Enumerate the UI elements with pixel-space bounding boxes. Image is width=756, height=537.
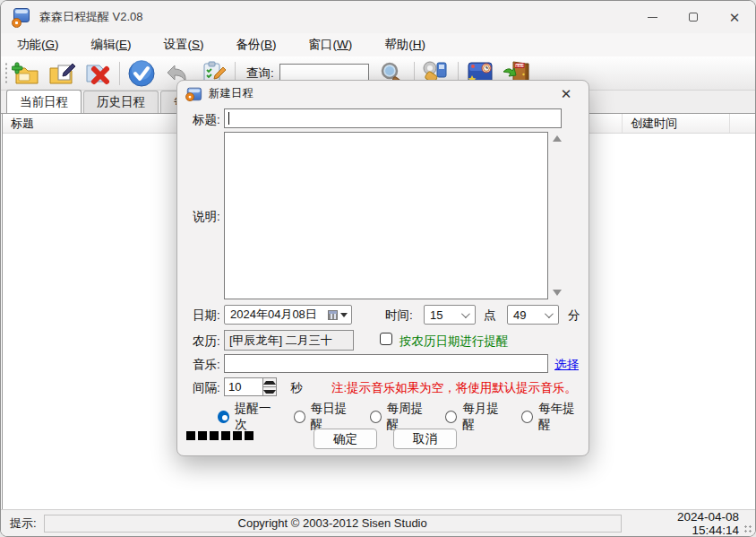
app-window: 森森日程提醒 V2.08 ✕ 功能(G) 编辑(E) 设置(S) 备份(B) 窗…	[0, 0, 756, 537]
status-datetime: 2024-04-08 15:44:14	[632, 510, 755, 537]
new-schedule-icon	[12, 60, 40, 87]
date-picker[interactable]: 2024年04月08日	[224, 305, 352, 325]
minimize-icon	[648, 17, 657, 18]
radio-icon	[521, 411, 533, 423]
radio-icon	[445, 411, 457, 423]
query-label: 查询:	[246, 65, 274, 82]
chevron-down-icon	[461, 309, 470, 318]
menu-edit[interactable]: 编辑(E)	[91, 37, 132, 53]
radio-icon	[218, 411, 229, 423]
scroll-down-icon[interactable]	[553, 290, 562, 296]
menu-help[interactable]: 帮助(H)	[384, 37, 425, 53]
dialog-icon	[187, 87, 201, 100]
resize-grip[interactable]	[743, 524, 752, 533]
music-note-text: 注:提示音乐如果为空，将使用默认提示音乐。	[331, 380, 577, 396]
spinner-down-button[interactable]	[263, 386, 276, 395]
close-icon: ✕	[729, 11, 741, 24]
ok-button[interactable]: 确定	[314, 429, 377, 449]
scroll-up-icon[interactable]	[553, 135, 562, 142]
interval-field-label: 间隔:	[193, 380, 220, 396]
dialog-close-button[interactable]: ✕	[553, 83, 580, 105]
hour-select[interactable]: 15	[424, 305, 476, 325]
title-field-label: 标题:	[193, 112, 220, 128]
menu-settings[interactable]: 设置(S)	[164, 37, 204, 53]
dropdown-arrow-icon	[340, 313, 348, 317]
maximize-icon	[689, 13, 698, 22]
column-header-created[interactable]: 创建时间	[623, 114, 730, 133]
minimize-button[interactable]	[631, 1, 673, 33]
date-field-label: 日期:	[193, 307, 220, 324]
complete-icon	[126, 59, 157, 88]
interval-suffix-label: 秒	[290, 380, 303, 396]
cancel-button[interactable]: 取消	[393, 429, 457, 449]
chevron-down-icon	[545, 309, 554, 318]
menu-backup[interactable]: 备份(B)	[236, 37, 277, 53]
spinner-up-button[interactable]	[263, 378, 276, 386]
status-prefix: 提示:	[10, 515, 37, 532]
new-schedule-button[interactable]	[8, 58, 44, 89]
dialog-title-bar: 新建日程 ✕	[177, 81, 588, 106]
title-input[interactable]	[224, 108, 562, 128]
hour-suffix-label: 点	[484, 307, 496, 324]
close-button[interactable]: ✕	[714, 1, 755, 33]
radio-yearly[interactable]: 每年提醒	[521, 401, 583, 433]
radio-icon	[370, 411, 382, 423]
status-bar: 提示: Copyright © 2003-2012 Sisen Studio 2…	[1, 509, 755, 536]
radio-remind-once[interactable]: 提醒一次	[218, 401, 279, 433]
interval-spinner[interactable]: 10	[224, 377, 277, 396]
edit-schedule-icon	[47, 60, 76, 87]
progress-squares	[186, 431, 253, 440]
delete-schedule-button[interactable]	[80, 58, 116, 89]
music-select-link[interactable]: 选择	[554, 357, 579, 373]
delete-schedule-icon	[83, 60, 112, 87]
desc-scrollbar[interactable]	[550, 132, 564, 299]
music-field-label: 音乐:	[193, 357, 220, 373]
time-field-label: 时间:	[385, 307, 413, 324]
new-schedule-dialog: 新建日程 ✕ 标题: 说明: 日期: 2024年04月08日 时间: 15 点 …	[176, 80, 589, 456]
calendar-icon	[328, 310, 338, 320]
music-input[interactable]	[224, 354, 548, 373]
menu-bar: 功能(G) 编辑(E) 设置(S) 备份(B) 窗口(W) 帮助(H)	[1, 33, 755, 56]
menu-window[interactable]: 窗口(W)	[309, 37, 353, 53]
toolbar-separator	[119, 62, 120, 85]
radio-icon	[294, 411, 305, 423]
desc-field-label: 说明:	[193, 209, 220, 225]
lunar-field-label: 农历:	[193, 333, 220, 350]
text-caret	[228, 112, 229, 125]
spinner-down-icon	[263, 390, 276, 394]
tab-current-schedule[interactable]: 当前日程	[6, 90, 82, 113]
dialog-title: 新建日程	[209, 86, 253, 101]
complete-button[interactable]	[124, 58, 159, 89]
edit-schedule-button[interactable]	[44, 58, 80, 89]
app-icon	[13, 8, 31, 26]
svg-text:EXIT: EXIT	[516, 63, 525, 67]
spinner-up-icon	[263, 381, 276, 385]
title-bar: 森森日程提醒 V2.08 ✕	[1, 1, 755, 33]
maximize-button[interactable]	[673, 1, 714, 33]
tab-history-schedule[interactable]: 历史日程	[83, 91, 159, 113]
lunar-checkbox-label[interactable]: 按农历日期进行提醒	[399, 333, 509, 350]
status-copyright: Copyright © 2003-2012 Sisen Studio	[44, 515, 622, 533]
window-title: 森森日程提醒 V2.08	[39, 9, 143, 25]
desc-textarea[interactable]	[224, 132, 548, 299]
minute-suffix-label: 分	[568, 307, 580, 324]
lunar-reminder-checkbox[interactable]	[380, 333, 392, 345]
menu-function[interactable]: 功能(G)	[17, 37, 59, 53]
minute-select[interactable]: 49	[507, 305, 559, 325]
lunar-date-display: [甲辰龙年] 二月三十	[224, 330, 354, 351]
